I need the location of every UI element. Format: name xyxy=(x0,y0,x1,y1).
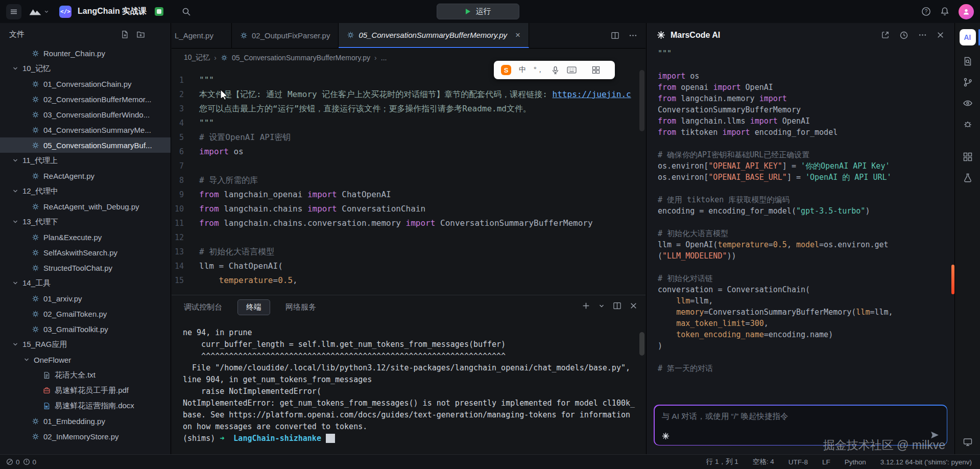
python-file-icon xyxy=(32,295,39,302)
file-item[interactable]: 03_GmailToolkit.py xyxy=(0,321,171,337)
line-number: 14 xyxy=(172,259,199,273)
file-item[interactable]: 花语大全.txt xyxy=(0,367,171,383)
folder-item[interactable]: 12_代理中 xyxy=(0,183,171,199)
file-search-button[interactable] xyxy=(963,56,973,66)
extensions-button[interactable] xyxy=(963,152,973,162)
close-panel-button[interactable] xyxy=(630,302,637,310)
ime-toolbar[interactable]: S中°， xyxy=(494,61,615,79)
device-preview-button[interactable] xyxy=(963,437,973,447)
more-actions-button[interactable] xyxy=(918,31,927,39)
keyboard-icon[interactable] xyxy=(567,66,577,74)
mic-icon[interactable] xyxy=(552,66,559,75)
tab-l-agent[interactable]: L_Agent.py xyxy=(172,23,232,48)
source-control-button[interactable] xyxy=(963,77,973,87)
code-editor[interactable]: 1"""2本文件是【记忆: 通过 Memory 记住客户上次买花时的对话细节】章… xyxy=(172,67,646,295)
terminal-output[interactable]: ne 94, in prune curr_buffer_length = sel… xyxy=(172,319,646,454)
new-folder-button[interactable] xyxy=(136,30,145,39)
code-line: 3您可以点击最上方的“运行”按钮，直接运行该文件；更多操作指引请参考Readme… xyxy=(172,102,646,116)
file-item[interactable]: 02_ConversationBufferMemor... xyxy=(0,91,171,107)
folder-item[interactable]: 11_代理上 xyxy=(0,153,171,168)
file-tree: Rounter_Chain.py10_记忆01_ConversationChai… xyxy=(0,45,171,444)
close-tab-icon[interactable]: × xyxy=(515,31,520,39)
debug-button[interactable] xyxy=(963,119,973,129)
file-item[interactable]: 易速鲜花员工手册.pdf xyxy=(0,383,171,398)
folder-item[interactable]: 10_记忆 xyxy=(0,61,171,76)
notifications-button[interactable] xyxy=(940,7,949,16)
person-icon xyxy=(962,8,970,16)
new-terminal-button[interactable] xyxy=(582,301,590,310)
punctuation-icon[interactable]: °， xyxy=(534,65,544,75)
folder-item[interactable]: OneFlower xyxy=(0,352,171,367)
file-item[interactable]: 易速鲜花运营指南.docx xyxy=(0,398,171,413)
problems-warnings[interactable]: 0 xyxy=(23,458,37,466)
ai-response-code[interactable]: """import osfrom openai import OpenAIfro… xyxy=(647,47,954,405)
status-item[interactable]: LF xyxy=(822,458,830,466)
folder-item[interactable]: 15_RAG应用 xyxy=(0,337,171,352)
ai-panel-scrollbar[interactable] xyxy=(951,265,954,294)
status-item[interactable]: UTF-8 xyxy=(788,458,808,466)
breadcrumb-symbol[interactable]: ... xyxy=(381,54,387,62)
folder-item[interactable]: 13_代理下 xyxy=(0,214,171,229)
more-actions-button[interactable] xyxy=(629,31,637,40)
file-item[interactable]: 02_GmailToken.py xyxy=(0,306,171,321)
tab-05-conversationsummarybuffermemory[interactable]: 05_ConversationSummaryBufferMemory.py × xyxy=(339,23,529,48)
file-item[interactable]: Plan&Execute.py xyxy=(0,229,171,245)
split-editor-button[interactable] xyxy=(611,31,619,40)
svg-text:?: ? xyxy=(925,9,928,14)
search-button[interactable] xyxy=(182,7,191,16)
file-item[interactable]: 03_ConversationBufferWindo... xyxy=(0,107,171,122)
file-item[interactable]: 05_ConversationSummaryBuf... xyxy=(0,137,171,153)
file-item[interactable]: 04_ConversationSummaryMe... xyxy=(0,122,171,137)
export-chat-button[interactable] xyxy=(881,31,890,39)
status-item[interactable]: 行 1，列 1 xyxy=(706,457,738,466)
history-button[interactable] xyxy=(899,31,909,40)
new-file-icon xyxy=(121,30,129,39)
user-avatar[interactable] xyxy=(959,4,974,19)
close-panel-button[interactable] xyxy=(937,31,944,39)
sogou-logo-icon[interactable]: S xyxy=(501,65,511,75)
file-item[interactable]: 01_ConversationChain.py xyxy=(0,76,171,91)
status-item[interactable]: 空格: 4 xyxy=(753,457,774,466)
problems-errors[interactable]: 0 xyxy=(6,458,20,466)
tab-terminal[interactable]: 终端 xyxy=(237,299,270,315)
terminal-line: File "/home/cloudide/.local/lib/python3.… xyxy=(183,362,646,374)
file-item[interactable]: Rounter_Chain.py xyxy=(0,45,171,61)
file-item[interactable]: 01_Embedding.py xyxy=(0,413,171,429)
tab-debug-console[interactable]: 调试控制台 xyxy=(184,302,222,312)
status-item[interactable]: Python xyxy=(845,458,866,466)
status-item[interactable]: 3.12.12 64-bit ('shims': pyenv) xyxy=(880,458,972,466)
file-item[interactable]: 02_InMemoryStore.py xyxy=(0,429,171,444)
breadcrumb-folder[interactable]: 10_记忆 xyxy=(184,53,210,62)
item-label: StructedToolChat.py xyxy=(43,264,112,272)
chinese-mode-icon[interactable]: 中 xyxy=(519,65,526,75)
menu-button[interactable] xyxy=(6,4,21,19)
file-item[interactable]: ReActAgent_with_Debug.py xyxy=(0,199,171,214)
file-item[interactable]: 01_arxiv.py xyxy=(0,291,171,306)
python-file-icon xyxy=(32,111,39,119)
toolbox-grid-icon[interactable] xyxy=(592,66,600,74)
line-number: 2 xyxy=(172,87,199,102)
ai-assistant-button[interactable]: AI xyxy=(960,29,976,45)
tab-label: 02_OutputFixParser.py xyxy=(252,31,330,40)
file-item[interactable]: StructedToolChat.py xyxy=(0,260,171,275)
terminal-scrollbar[interactable] xyxy=(639,332,644,356)
terminal-picker-chevron-icon[interactable] xyxy=(599,303,605,309)
tab-network-service[interactable]: 网络服务 xyxy=(285,302,316,312)
editor-scrollbar[interactable] xyxy=(639,70,644,131)
run-button[interactable]: 运行 xyxy=(437,4,519,19)
file-item[interactable]: ReActAgent.py xyxy=(0,168,171,183)
breadcrumb-file[interactable]: 05_ConversationSummaryBufferMemory.py xyxy=(232,54,370,62)
line-number: 9 xyxy=(172,187,199,202)
item-label: 花语大全.txt xyxy=(55,370,95,380)
app-logo[interactable] xyxy=(29,8,49,16)
folder-item[interactable]: 14_工具 xyxy=(0,275,171,291)
split-panel-button[interactable] xyxy=(613,301,622,310)
tab-02-outputfixparser[interactable]: 02_OutputFixParser.py xyxy=(232,23,339,48)
preview-button[interactable] xyxy=(963,98,973,108)
python-file-icon xyxy=(32,249,39,256)
test-lab-button[interactable] xyxy=(963,173,973,183)
help-button[interactable]: ? xyxy=(921,7,931,16)
new-file-button[interactable] xyxy=(121,30,129,39)
file-item[interactable]: SelfAskwithSearch.py xyxy=(0,245,171,260)
item-label: 05_ConversationSummaryBuf... xyxy=(43,141,152,150)
